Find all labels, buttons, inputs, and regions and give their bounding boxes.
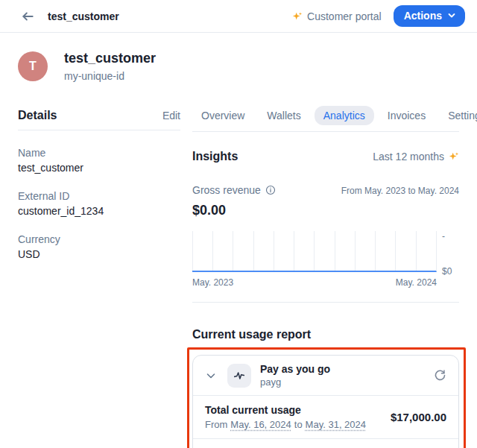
plan-header-row: Pay as you go payg <box>193 356 458 395</box>
chart-x-label-end: May. 2024 <box>396 277 437 288</box>
top-bar: test_customer Customer portal Actions <box>0 0 477 33</box>
period-joiner: to <box>294 419 303 430</box>
tab-invoices[interactable]: Invoices <box>379 106 435 125</box>
period-prefix: From <box>205 419 227 430</box>
field-name: Name test_customer <box>18 147 180 174</box>
tabs-divider <box>192 131 459 132</box>
insights-bottom-divider <box>192 302 459 303</box>
period-label: Last 12 months <box>373 151 444 163</box>
chevron-down-icon <box>447 11 456 20</box>
actions-label: Actions <box>404 10 442 22</box>
edit-button[interactable]: Edit <box>162 110 180 122</box>
field-external-id: External ID customer_id_1234 <box>18 190 180 217</box>
field-label: Name <box>18 147 180 159</box>
tab-bar: Overview Wallets Analytics Invoices Sett… <box>192 106 459 125</box>
chart-plot-area <box>192 231 437 272</box>
period-selector[interactable]: Last 12 months <box>373 151 459 163</box>
tab-analytics[interactable]: Analytics <box>315 106 374 125</box>
charge-row-tokens: Tokens openai_tokens <box>193 439 458 448</box>
customer-portal-label: Customer portal <box>307 10 382 22</box>
info-icon[interactable] <box>265 185 276 195</box>
period-end-date[interactable]: May. 31, 2024 <box>306 419 366 430</box>
customer-portal-link[interactable]: Customer portal <box>292 10 382 22</box>
plan-icon-box <box>227 364 251 388</box>
field-value: test_customer <box>18 162 180 174</box>
gross-revenue-label: Gross revenue <box>192 184 261 196</box>
avatar: T <box>18 51 48 81</box>
chart-y-label-zero: $0 <box>442 266 452 277</box>
gross-revenue-value: $0.00 <box>192 203 276 218</box>
field-label: Currency <box>18 233 180 245</box>
total-usage-row: Total current usage From May. 16, 2024 t… <box>193 396 458 438</box>
actions-button[interactable]: Actions <box>394 5 465 27</box>
usage-period: From May. 16, 2024 to May. 31, 2024 <box>205 419 366 430</box>
customer-name: test_customer <box>64 51 156 66</box>
details-panel: Details Edit Name test_customer External… <box>18 109 180 448</box>
chart-x-label-start: May. 2023 <box>192 277 233 288</box>
insights-title: Insights <box>192 150 238 163</box>
field-value: customer_id_1234 <box>18 205 180 217</box>
chart-y-label-top: - <box>442 231 445 242</box>
field-value: USD <box>18 248 180 260</box>
chart-date-range: From May. 2023 to May. 2024 <box>341 186 459 196</box>
total-usage-amount: $17,000.00 <box>391 411 446 423</box>
page-title: test_customer <box>48 10 119 22</box>
gross-revenue-chart: - $0 May. 2023 May. 2024 <box>192 231 459 288</box>
field-label: External ID <box>18 190 180 202</box>
details-divider <box>18 130 180 130</box>
total-usage-label: Total current usage <box>205 404 366 416</box>
collapse-chevron-icon[interactable] <box>205 370 217 382</box>
tab-overview[interactable]: Overview <box>192 106 253 125</box>
back-arrow-icon[interactable] <box>21 10 34 23</box>
field-currency: Currency USD <box>18 233 180 260</box>
details-title: Details <box>18 109 57 122</box>
customer-header: T test_customer my-unique-id <box>0 33 477 82</box>
tab-settings[interactable]: Settings <box>439 106 477 125</box>
usage-report-card: Pay as you go payg Total current usage <box>192 355 459 448</box>
customer-external-id: my-unique-id <box>64 70 156 82</box>
plan-name: Pay as you go <box>260 363 330 375</box>
pulse-icon <box>233 369 246 382</box>
period-start-date[interactable]: May. 16, 2024 <box>230 419 291 430</box>
sparkle-icon <box>449 151 459 162</box>
tab-wallets[interactable]: Wallets <box>258 106 309 125</box>
usage-report-title: Current usage report <box>192 328 459 341</box>
refresh-icon[interactable] <box>434 369 446 382</box>
plan-code: payg <box>260 376 330 388</box>
sparkle-icon <box>292 11 303 22</box>
